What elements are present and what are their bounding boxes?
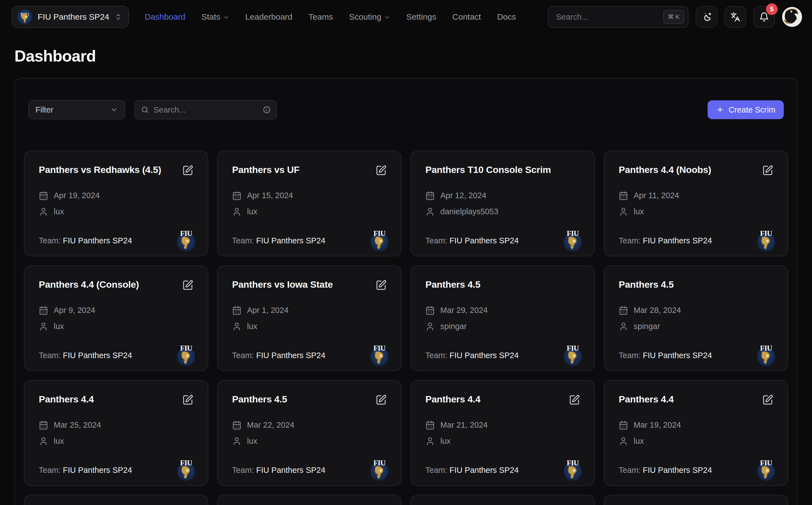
- team-logo-fiu-badge: FIU: [370, 229, 388, 251]
- nav-link-teams[interactable]: Teams: [308, 12, 333, 22]
- user-icon: [619, 322, 628, 331]
- team-name: FIU Panthers SP24: [450, 466, 519, 475]
- scrim-team-row: Team: FIU Panthers SP24: [619, 236, 773, 245]
- scrim-team-row: Team: FIU Panthers SP24: [39, 351, 193, 360]
- info-icon[interactable]: [263, 105, 271, 114]
- scrim-team-row: Team: FIU Panthers SP24: [426, 351, 580, 360]
- scrim-author-row: lux: [39, 437, 193, 446]
- scrim-date-row: Apr 1, 2024: [232, 306, 386, 315]
- calendar-icon: [426, 306, 435, 315]
- scrim-card[interactable]: Panthers 4.5 Mar 29, 2024 spingar Team: …: [411, 265, 595, 371]
- scrim-date-row: Apr 19, 2024: [39, 191, 193, 200]
- scrim-card[interactable]: Panthers 4.4 Mar 19, 2024 lux Team: FIU …: [604, 380, 788, 486]
- nav-link-scouting[interactable]: Scouting: [349, 12, 390, 22]
- team-prefix-label: Team:: [619, 236, 643, 245]
- nav-link-leaderboard[interactable]: Leaderboard: [245, 12, 292, 22]
- scrim-title: Panthers T10 Console Scrim: [426, 163, 551, 177]
- scrim-card[interactable]: Panthers vs Iowa State Apr 1, 2024 lux T…: [217, 265, 401, 371]
- edit-scrim-button[interactable]: [762, 394, 773, 405]
- edit-pencil-square-icon: [375, 280, 386, 291]
- nav-link-contact[interactable]: Contact: [452, 12, 481, 22]
- edit-pencil-square-icon: [375, 165, 386, 176]
- edit-scrim-button[interactable]: [375, 280, 386, 291]
- scrim-card[interactable]: Panthers T10 Console Scrim Apr 12, 2024 …: [411, 151, 595, 257]
- nav-link-docs[interactable]: Docs: [497, 12, 516, 22]
- fiu-badge-text: FIU: [177, 344, 195, 353]
- scrim-title: Panthers 4.5: [619, 278, 674, 291]
- team-name: FIU Panthers SP24: [256, 351, 325, 360]
- scrim-team-row: Team: FIU Panthers SP24: [232, 351, 386, 360]
- scrim-author: spingar: [440, 322, 467, 331]
- create-scrim-button[interactable]: Create Scrim: [708, 100, 784, 119]
- scrim-card[interactable]: Panthers 4.5 Mar 28, 2024 spingar Team: …: [604, 265, 788, 371]
- scrim-title: Panthers 4.4: [619, 393, 674, 406]
- chevron-down-icon: [110, 106, 118, 114]
- notifications-button[interactable]: 5: [753, 6, 775, 28]
- fiu-badge-text: FIU: [370, 459, 388, 467]
- scrim-card-partial[interactable]: [604, 495, 788, 505]
- user-icon: [426, 437, 435, 446]
- chevron-down-icon: [223, 14, 229, 20]
- nav-link-settings[interactable]: Settings: [406, 12, 436, 22]
- scrim-card-partial[interactable]: [411, 495, 595, 505]
- scrim-card[interactable]: Panthers vs UF Apr 15, 2024 lux Team: FI…: [217, 151, 401, 257]
- moon-stars-icon: [702, 12, 712, 22]
- team-logo-fiu-badge: FIU: [564, 344, 582, 366]
- nav-link-dashboard[interactable]: Dashboard: [145, 12, 185, 22]
- edit-scrim-button[interactable]: [182, 280, 193, 291]
- edit-scrim-button[interactable]: [182, 165, 193, 176]
- scrim-date-row: Mar 29, 2024: [426, 306, 580, 315]
- team-prefix-label: Team:: [39, 236, 63, 245]
- team-selector[interactable]: FIU FIU Panthers SP24: [12, 6, 129, 28]
- user-icon: [426, 207, 435, 216]
- scrim-card-partial[interactable]: [217, 495, 401, 505]
- team-name: FIU Panthers SP24: [63, 466, 132, 475]
- theme-toggle-button[interactable]: [696, 6, 717, 28]
- global-search-input[interactable]: [556, 12, 663, 22]
- team-prefix-label: Team:: [39, 351, 63, 360]
- scrim-author-row: lux: [232, 437, 386, 446]
- scrim-title: Panthers 4.4: [426, 393, 481, 406]
- global-search[interactable]: ⌘ K: [548, 6, 689, 28]
- scrim-card[interactable]: Panthers 4.4 (Console) Apr 9, 2024 lux T…: [24, 265, 208, 371]
- scrim-title: Panthers 4.5: [426, 278, 481, 291]
- calendar-icon: [39, 306, 48, 315]
- team-logo-fiu: FIU: [17, 9, 32, 24]
- scrim-card[interactable]: Panthers 4.4 (Noobs) Apr 11, 2024 lux Te…: [604, 151, 788, 257]
- edit-scrim-button[interactable]: [375, 165, 386, 176]
- language-button[interactable]: [725, 6, 746, 28]
- filter-dropdown-label: Filter: [35, 105, 53, 115]
- team-logo-fiu-badge: FIU: [370, 344, 388, 366]
- edit-scrim-button[interactable]: [762, 165, 773, 176]
- edit-scrim-button[interactable]: [182, 394, 193, 405]
- calendar-icon: [426, 420, 435, 430]
- panther-mascot-icon: [21, 13, 29, 23]
- notification-count-badge: 5: [766, 3, 778, 15]
- nav-link-stats[interactable]: Stats: [201, 12, 229, 22]
- team-name: FIU Panthers SP24: [63, 351, 132, 360]
- scrim-date: Mar 25, 2024: [54, 420, 101, 430]
- filter-dropdown[interactable]: Filter: [28, 100, 125, 120]
- scrim-card-partial[interactable]: [24, 495, 208, 505]
- scrim-card[interactable]: Panthers 4.4 Mar 25, 2024 lux Team: FIU …: [24, 380, 208, 486]
- calendar-icon: [232, 306, 242, 315]
- scrim-search[interactable]: [134, 100, 277, 120]
- edit-scrim-button[interactable]: [375, 394, 386, 405]
- scrim-card[interactable]: Panthers vs Redhawks (4.5) Apr 19, 2024 …: [24, 151, 208, 257]
- scrim-team-row: Team: FIU Panthers SP24: [426, 236, 580, 245]
- team-prefix-label: Team:: [426, 466, 450, 475]
- scrim-card[interactable]: Panthers 4.4 Mar 21, 2024 lux Team: FIU …: [411, 380, 595, 486]
- scrim-search-input[interactable]: [154, 105, 258, 115]
- user-avatar[interactable]: [782, 7, 802, 27]
- team-prefix-label: Team:: [232, 236, 256, 245]
- scrim-author: lux: [54, 437, 64, 446]
- scrims-toolbar: Filter Create Scrim: [24, 100, 788, 120]
- languages-icon: [730, 12, 740, 22]
- scrim-card[interactable]: Panthers 4.5 Mar 22, 2024 lux Team: FIU …: [217, 380, 401, 486]
- edit-pencil-square-icon: [569, 394, 580, 405]
- edit-scrim-button[interactable]: [569, 394, 580, 405]
- scrim-title: Panthers 4.4 (Console): [39, 278, 139, 291]
- scrim-date: Apr 12, 2024: [440, 191, 486, 200]
- scrim-team-row: Team: FIU Panthers SP24: [426, 466, 580, 475]
- user-icon: [232, 322, 242, 331]
